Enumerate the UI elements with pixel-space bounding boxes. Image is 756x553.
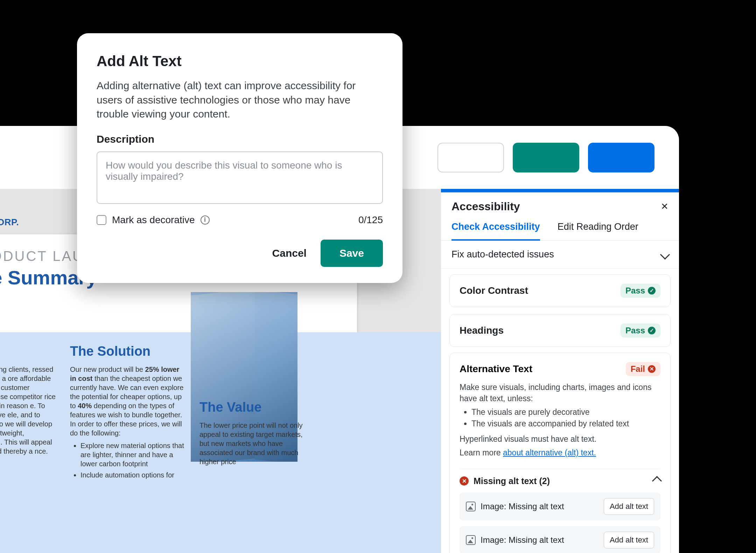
panel-tabs: Check Accessibility Edit Reading Order — [441, 217, 679, 241]
chevron-up-icon — [652, 476, 662, 486]
solution-bullet-2: Include automation options for — [80, 470, 186, 480]
add-alt-text-modal: Add Alt Text Adding alternative (alt) te… — [77, 33, 402, 283]
column-value-heading: The Value — [200, 399, 308, 416]
description-textarea[interactable] — [97, 151, 383, 204]
issue-item: Image: Missing alt text Add alt text — [460, 492, 660, 520]
info-icon[interactable]: i — [201, 215, 210, 225]
cancel-button[interactable]: Cancel — [272, 247, 307, 259]
issue-item: Image: Missing alt text Add alt text — [460, 526, 660, 553]
decorative-label: Mark as decorative — [112, 214, 195, 226]
column-value-text: The lower price point will not only appe… — [200, 421, 308, 466]
column-problem: blem with existing clients, ressed a nee… — [0, 343, 56, 482]
chevron-down-icon — [660, 249, 670, 259]
issue-label: Image: Missing alt text — [481, 535, 564, 545]
error-icon: ✕ — [460, 476, 469, 485]
alt-text-description: Make sure visuals, including charts, ima… — [460, 382, 660, 404]
fix-issues-label: Fix auto-detected issues — [451, 249, 554, 260]
save-button[interactable]: Save — [321, 240, 383, 267]
check-icon: ✓ — [648, 287, 656, 295]
missing-alt-text-label: Missing alt text (2) — [474, 476, 550, 486]
x-icon: ✕ — [648, 365, 656, 373]
tab-check-accessibility[interactable]: Check Accessibility — [451, 217, 540, 241]
alt-hyperlinked-note: Hyperlinked visuals must have alt text. — [460, 433, 660, 445]
description-label: Description — [97, 133, 383, 145]
image-icon — [466, 535, 476, 545]
solution-bullet-1: Explore new material options that are li… — [80, 441, 186, 468]
decorative-checkbox[interactable] — [97, 215, 106, 225]
column-problem-heading: blem — [0, 343, 56, 360]
issue-label: Image: Missing alt text — [481, 502, 564, 511]
check-name: Color Contrast — [460, 285, 528, 296]
toolbar-button-blue[interactable] — [588, 143, 654, 172]
add-alt-text-button[interactable]: Add alt text — [604, 532, 654, 548]
panel-title: Accessibility — [451, 200, 520, 213]
check-name: Headings — [460, 325, 504, 336]
learn-more-prefix: Learn more — [460, 448, 503, 457]
add-alt-text-button[interactable]: Add alt text — [604, 498, 654, 515]
character-count: 0/125 — [358, 214, 383, 226]
column-solution-text: Our new product will be 25% lower in cos… — [70, 365, 186, 438]
fix-issues-row[interactable]: Fix auto-detected issues — [441, 241, 679, 269]
image-icon — [466, 502, 476, 511]
missing-alt-text-header[interactable]: ✕ Missing alt text (2) — [460, 469, 660, 486]
column-solution-heading: The Solution — [70, 343, 186, 360]
toolbar-button-teal[interactable] — [513, 143, 579, 172]
modal-title: Add Alt Text — [97, 53, 383, 70]
close-icon[interactable]: ✕ — [661, 201, 668, 212]
modal-help-text: Adding alternative (alt) text can improv… — [97, 79, 373, 121]
company-name: ASS CORP. — [0, 217, 19, 228]
alt-bullet-1: The visuals are purely decorative — [471, 407, 660, 417]
check-card-headings[interactable]: Headings Pass ✓ — [449, 314, 671, 347]
check-card-color-contrast[interactable]: Color Contrast Pass ✓ — [449, 274, 671, 307]
accessibility-panel: Accessibility ✕ Check Accessibility Edit… — [441, 189, 679, 553]
alt-bullet-2: The visuals are accompanied by related t… — [471, 419, 660, 428]
tab-edit-reading-order[interactable]: Edit Reading Order — [558, 217, 638, 240]
column-value: The Value The lower price point will not… — [200, 343, 308, 482]
check-name: Alternative Text — [460, 363, 532, 375]
column-problem-text: with existing clients, ressed a need for… — [0, 365, 56, 456]
learn-more-link[interactable]: about alternative (alt) text. — [503, 448, 596, 457]
check-icon: ✓ — [648, 327, 656, 334]
status-badge-fail: Fail ✕ — [626, 362, 660, 376]
check-card-alternative-text: Alternative Text Fail ✕ Make sure visual… — [449, 353, 671, 553]
status-badge-pass: Pass ✓ — [621, 284, 660, 298]
status-badge-pass: Pass ✓ — [621, 324, 660, 338]
toolbar-button-outline[interactable] — [438, 143, 504, 172]
column-solution: The Solution Our new product will be 25%… — [70, 343, 186, 482]
